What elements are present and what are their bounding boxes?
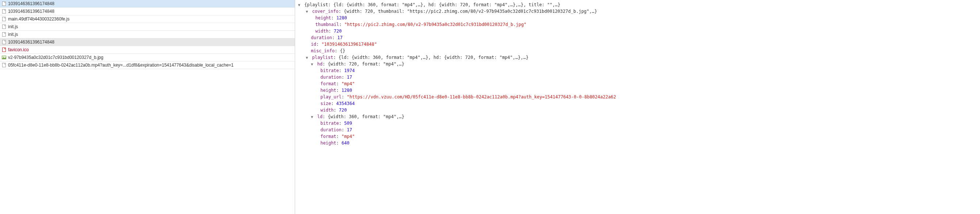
network-request-list[interactable]: 1039146361396174848 1039146361396174848 … [0,0,295,214]
json-leaf[interactable]: id: "1039146361396174848" [298,41,977,48]
json-summary: {width: 720, format: "mp4",…} [328,61,404,67]
request-name: init.js [8,24,18,29]
json-leaf[interactable]: size: 4354364 [298,100,977,107]
json-leaf[interactable]: duration: 17 [298,126,977,133]
json-key: format [320,81,336,86]
expand-arrow-icon[interactable]: ▼ [311,61,315,67]
request-name: 1039146361396174848 [8,9,54,14]
json-node[interactable]: ▼ hd: {width: 720, format: "mp4",…} [298,61,977,67]
json-node[interactable]: ▼ {playlist: {ld: {width: 360, format: "… [298,2,977,8]
request-name: init.js [8,32,18,37]
svg-rect-1 [3,10,6,14]
json-value: {} [340,48,345,53]
json-key: play_url [320,94,342,99]
json-value: "https://vdn.vzuu.com/HD/05fc411e-d8e0-1… [347,94,616,99]
svg-rect-4 [3,33,6,37]
json-value: 1280 [336,15,347,21]
json-key: playlist [312,55,333,60]
json-key: misc_info [311,48,334,53]
json-leaf[interactable]: duration: 17 [298,34,977,41]
expand-arrow-icon[interactable]: ▼ [298,2,302,8]
json-key: duration [320,127,342,133]
network-row[interactable]: v2-97b9435a0c32d01c7c931bd00120327d_b.jp… [0,54,295,61]
json-node[interactable]: ▼ playlist: {ld: {width: 360, format: "m… [298,54,977,61]
json-key: bitrate [320,121,339,126]
json-key: cover_info [312,9,338,14]
svg-rect-5 [3,40,6,44]
json-preview-panel[interactable]: ▼ {playlist: {ld: {width: 360, format: "… [295,0,980,214]
image-icon [2,55,6,60]
json-summary: {width: 720, thumbnail: "https://pic2.zh… [344,9,597,14]
json-key: format [320,134,336,139]
expand-arrow-icon[interactable]: ▼ [306,9,309,14]
json-leaf[interactable]: height: 640 [298,140,977,146]
json-value: 4354364 [336,101,355,106]
request-name: 1039146361396174848 [8,40,54,45]
json-node[interactable]: ▼ cover_info: {width: 720, thumbnail: "h… [298,8,977,14]
json-leaf[interactable]: height: 1280 [298,14,977,21]
json-leaf[interactable]: format: "mp4" [298,80,977,87]
document-icon [2,16,6,22]
json-leaf[interactable]: width: 720 [298,28,977,34]
json-key: bitrate [320,68,339,73]
json-node[interactable]: ▼ ld: {width: 360, format: "mp4",…} [298,113,977,120]
json-leaf[interactable]: width: 720 [298,107,977,113]
json-leaf[interactable]: bitrate: 1974 [298,67,977,74]
network-row[interactable]: 1039146361396174848 [0,8,295,15]
json-value: "mp4" [342,134,355,139]
json-leaf[interactable]: format: "mp4" [298,133,977,140]
svg-rect-3 [3,25,6,29]
json-key: id [311,42,316,47]
document-icon [2,9,6,14]
svg-rect-6 [3,48,6,52]
json-leaf[interactable]: duration: 17 [298,74,977,80]
network-row[interactable]: 1039146361396174848 [0,0,295,8]
json-value: 1974 [344,68,355,73]
network-row[interactable]: init.js [0,31,295,38]
json-value: "1039146361396174848" [321,42,377,47]
json-key: ld [317,114,322,119]
expand-arrow-icon[interactable]: ▼ [311,114,315,120]
document-icon [2,47,6,52]
request-name: favicon.ico [8,47,29,52]
json-value: "https://pic2.zhimg.com/80/v2-97b9435a0c… [344,22,527,27]
network-row[interactable]: 1039146361396174848 [0,38,295,46]
json-leaf[interactable]: height: 1280 [298,87,977,94]
json-key: height [320,141,336,145]
json-leaf[interactable]: play_url: "https://vdn.vzuu.com/HD/05fc4… [298,94,977,100]
json-value: 17 [347,127,352,133]
json-value: 640 [342,141,350,145]
json-leaf[interactable]: thumbnail: "https://pic2.zhimg.com/80/v2… [298,21,977,28]
json-key: height [315,15,331,21]
json-value: 17 [337,35,342,40]
json-value: "mp4" [342,81,355,86]
json-key: size [320,101,331,106]
json-value: 509 [344,121,352,126]
network-row[interactable]: favicon.ico [0,46,295,54]
document-icon [2,1,6,6]
json-summary: {playlist: {ld: {width: 360, format: "mp… [304,2,560,7]
json-key: hd [317,61,322,67]
network-row[interactable]: main.49df74b44300322360fe.js [0,15,295,23]
json-value: 720 [334,29,342,34]
json-summary: {ld: {width: 360, format: "mp4",…}, hd: … [339,55,528,60]
request-name: main.49df74b44300322360fe.js [8,16,69,22]
json-key: height [320,88,336,93]
json-key: duration [311,35,332,40]
json-leaf[interactable]: misc_info: {} [298,48,977,54]
json-leaf[interactable]: bitrate: 509 [298,120,977,126]
json-value: 720 [339,107,347,113]
network-row[interactable]: 05fc411e-d8e0-11e8-bb8b-0242ac112a0b.mp4… [0,61,295,69]
network-row[interactable]: init.js [0,23,295,31]
svg-rect-9 [3,63,6,67]
request-name: 05fc411e-d8e0-11e8-bb8b-0242ac112a0b.mp4… [8,62,234,68]
expand-arrow-icon[interactable]: ▼ [306,55,309,61]
document-icon [2,24,6,29]
svg-rect-2 [3,17,6,21]
json-value: 17 [347,75,352,80]
json-summary: {width: 360, format: "mp4",…} [328,114,404,119]
json-key: width [315,29,328,34]
document-icon [2,40,6,45]
request-name: v2-97b9435a0c32d01c7c931bd00120327d_b.jp… [8,55,103,60]
document-icon [2,62,6,68]
